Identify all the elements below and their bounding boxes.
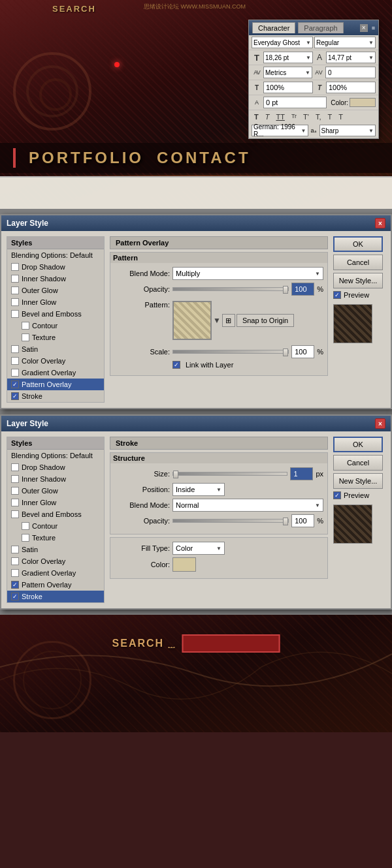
opacity-thumb-1[interactable]	[283, 286, 288, 294]
baseline-field[interactable]: 0 pt	[263, 97, 327, 108]
texture-checkbox-1[interactable]	[22, 333, 29, 341]
inner-shadow-checkbox-2[interactable]	[11, 475, 19, 483]
size-slider-2[interactable]	[172, 472, 287, 476]
cancel-button-1[interactable]: Cancel	[333, 255, 383, 270]
satin-checkbox-1[interactable]	[11, 345, 19, 353]
outer-glow-checkbox-1[interactable]	[11, 287, 19, 294]
bevel-emboss-checkbox-2[interactable]	[11, 510, 19, 518]
color-swatch-2[interactable]	[172, 557, 196, 572]
panel-menu-button[interactable]: ≡	[372, 25, 375, 31]
color-overlay-item-2[interactable]: Color Overlay	[7, 555, 104, 567]
scale-h-field[interactable]: 100%	[263, 82, 313, 93]
scale-slider-1[interactable]	[172, 350, 289, 354]
underline-btn[interactable]: T'	[301, 112, 312, 122]
texture-checkbox-2[interactable]	[22, 534, 29, 542]
faux-bold-btn[interactable]: T	[336, 112, 346, 122]
panel-close-button[interactable]: ×	[360, 24, 368, 32]
tracking-dropdown[interactable]: Metrics ▼	[263, 67, 312, 78]
italic-btn[interactable]: T	[263, 112, 272, 122]
inner-glow-item-2[interactable]: Inner Glow	[7, 497, 104, 508]
inner-shadow-item-1[interactable]: Inner Shadow	[7, 273, 104, 285]
gradient-overlay-item-2[interactable]: Gradient Overlay	[7, 567, 104, 579]
drop-shadow-checkbox-2[interactable]	[11, 463, 19, 471]
fill-type-dropdown-2[interactable]: Color ▼	[172, 542, 225, 555]
drop-shadow-checkbox-1[interactable]	[11, 263, 19, 271]
cancel-button-2[interactable]: Cancel	[333, 455, 383, 471]
color-swatch[interactable]	[350, 98, 376, 107]
new-style-button-2[interactable]: New Style...	[333, 473, 383, 489]
preview-checkbox-1[interactable]: ✓	[333, 291, 341, 299]
contour-checkbox-2[interactable]	[22, 522, 29, 530]
position-dropdown-2[interactable]: Inside ▼	[172, 483, 225, 496]
opacity-slider-1[interactable]	[172, 287, 289, 291]
superscript-btn[interactable]: Tr	[289, 112, 299, 122]
stroke-checkbox-1[interactable]: ✓	[11, 392, 19, 400]
inner-glow-item-1[interactable]: Inner Glow	[7, 296, 104, 308]
preview-checkbox-2[interactable]: ✓	[333, 491, 341, 499]
snap-to-origin-btn-1[interactable]: Snap to Origin	[237, 314, 294, 327]
inner-shadow-checkbox-1[interactable]	[11, 275, 19, 283]
scale-value-1[interactable]: 100	[291, 345, 314, 358]
drop-shadow-item-1[interactable]: Drop Shadow	[7, 261, 104, 273]
scale-v-field[interactable]: 100%	[326, 82, 376, 93]
color-overlay-checkbox-1[interactable]	[11, 357, 19, 365]
inner-glow-checkbox-2[interactable]	[11, 499, 19, 506]
pattern-overlay-checkbox-1[interactable]: ✓	[11, 380, 19, 388]
ok-button-1[interactable]: OK	[333, 236, 383, 252]
font-family-dropdown[interactable]: Everyday Ghost ▼	[252, 37, 313, 48]
bevel-emboss-item-2[interactable]: Bevel and Emboss	[7, 508, 104, 520]
pattern-options-btn-1[interactable]: ⊞	[222, 314, 235, 327]
blending-options-item-2[interactable]: Blending Options: Default	[7, 450, 104, 461]
blend-mode-dropdown-1[interactable]: Multiply ▼	[172, 267, 323, 280]
texture-item-1[interactable]: Texture	[7, 332, 104, 343]
stroke-checkbox-2[interactable]: ✓	[11, 593, 19, 600]
outer-glow-item-2[interactable]: Outer Glow	[7, 485, 104, 497]
satin-checkbox-2[interactable]	[11, 546, 19, 553]
size-value-2[interactable]: 1	[290, 467, 313, 480]
contour-item-1[interactable]: Contour	[7, 320, 104, 332]
gradient-overlay-item-1[interactable]: Gradient Overlay	[7, 367, 104, 379]
contour-item-2[interactable]: Contour	[7, 520, 104, 532]
blending-options-item-1[interactable]: Blending Options: Default	[7, 249, 104, 261]
satin-item-2[interactable]: Satin	[7, 544, 104, 555]
scale-thumb-1[interactable]	[283, 349, 288, 356]
new-style-button-1[interactable]: New Style...	[333, 273, 383, 288]
blend-mode-dropdown-2[interactable]: Normal ▼	[172, 499, 323, 512]
bevel-emboss-checkbox-1[interactable]	[11, 310, 19, 318]
opacity-value-1[interactable]: 100	[291, 283, 314, 296]
stroke-item-2[interactable]: ✓ Stroke	[7, 591, 104, 602]
size-thumb-2[interactable]	[173, 471, 178, 478]
bevel-emboss-item-1[interactable]: Bevel and Emboss	[7, 308, 104, 320]
search-input-bottom[interactable]	[182, 634, 280, 653]
pattern-arrow-1[interactable]: ▼	[213, 316, 221, 325]
strikethrough-btn[interactable]: T,	[313, 112, 324, 122]
dialog-2-close[interactable]: ×	[375, 418, 385, 429]
contour-checkbox-1[interactable]	[22, 322, 29, 330]
pattern-overlay-checkbox-2[interactable]: ✓	[11, 581, 19, 589]
ok-button-2[interactable]: OK	[333, 437, 383, 452]
language-dropdown[interactable]: German: 1996 R... ▼	[252, 125, 308, 136]
color-overlay-item-1[interactable]: Color Overlay	[7, 355, 104, 367]
character-tab[interactable]: Character	[252, 22, 295, 33]
outer-glow-checkbox-2[interactable]	[11, 487, 19, 495]
stroke-item-1[interactable]: ✓ Stroke	[7, 390, 104, 402]
gradient-overlay-checkbox-1[interactable]	[11, 369, 19, 377]
outer-glow-item-1[interactable]: Outer Glow	[7, 285, 104, 296]
paragraph-tab[interactable]: Paragraph	[298, 22, 343, 33]
dialog-1-close[interactable]: ×	[375, 218, 385, 228]
satin-item-1[interactable]: Satin	[7, 343, 104, 355]
pattern-overlay-item-2[interactable]: ✓ Pattern Overlay	[7, 579, 104, 591]
texture-item-2[interactable]: Texture	[7, 532, 104, 544]
font-style-dropdown[interactable]: Regular ▼	[314, 37, 376, 48]
kerning-field[interactable]: 0	[325, 67, 376, 78]
pattern-thumbnail-1[interactable]	[172, 301, 212, 340]
inner-shadow-item-2[interactable]: Inner Shadow	[7, 473, 104, 485]
font-size-dropdown[interactable]: 18,26 pt ▼	[263, 52, 313, 63]
subscript-btn[interactable]: T	[325, 112, 335, 122]
opacity-value-2[interactable]: 100	[291, 514, 314, 527]
inner-glow-checkbox-1[interactable]	[11, 298, 19, 306]
gradient-overlay-checkbox-2[interactable]	[11, 569, 19, 577]
bold-btn[interactable]: T	[252, 112, 261, 122]
color-overlay-checkbox-2[interactable]	[11, 557, 19, 565]
link-layer-checkbox-1[interactable]: ✓	[172, 361, 180, 369]
